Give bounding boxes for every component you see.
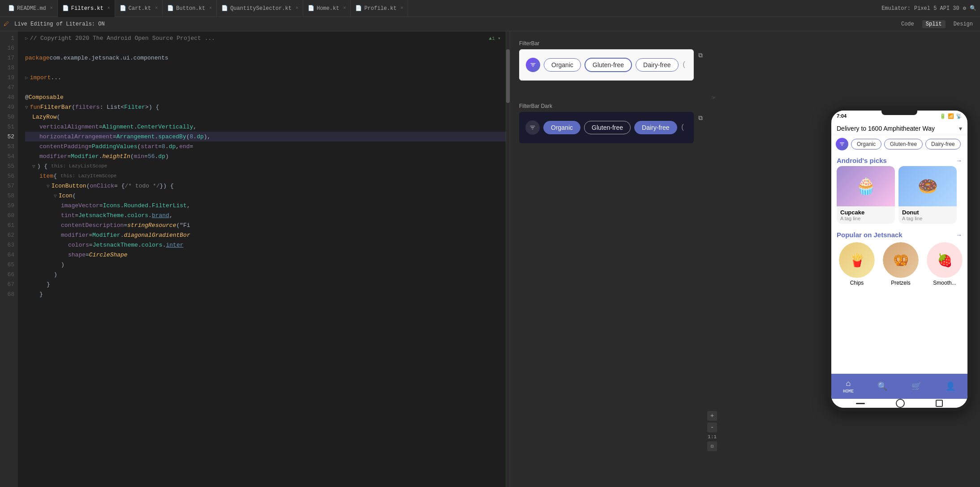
- filterbar-dark-label: FilterBar Dark: [519, 103, 694, 109]
- androids-picks-arrow[interactable]: →: [956, 157, 962, 164]
- code-line-18: [25, 63, 510, 73]
- top-bar-right: Emulator: Pixel 5 API 30 ⚙ 🔍: [881, 5, 976, 12]
- phone-chip-organic[interactable]: Organic: [851, 139, 881, 150]
- filter-icon-dark[interactable]: [525, 120, 540, 135]
- code-line-59: imageVector = Icons . Rounded . FilterLi…: [25, 201, 510, 210]
- code-line-57: ▽ IconButton ( onClick = { /* todo */ })…: [25, 181, 510, 191]
- popular-item-chips[interactable]: 🍟 Chips: [837, 242, 877, 286]
- design-button[interactable]: Design: [950, 20, 976, 28]
- phone-filter-icon[interactable]: [836, 138, 848, 150]
- toolbar-right: Code Split Design: [898, 20, 976, 28]
- cupcake-info: Cupcake A tag line: [837, 206, 895, 224]
- chip-organic-dark[interactable]: Organic: [543, 121, 580, 134]
- chip-glutenfree-dark[interactable]: Gluten-free: [584, 121, 631, 134]
- tab-profile[interactable]: 📄 Profile.kt ×: [351, 0, 408, 17]
- file-icon: 📄: [221, 5, 228, 12]
- tab-button[interactable]: 📄 Button.kt ×: [163, 0, 217, 17]
- code-line-19: ▷ import ...: [25, 73, 510, 82]
- tab-close-icon[interactable]: ×: [343, 6, 346, 11]
- live-editing-icon: 🖊: [4, 21, 9, 27]
- delivery-header[interactable]: Delivery to 1600 Amphitheater Way ▾: [831, 121, 967, 135]
- tab-readme[interactable]: 📄 README.md ×: [4, 0, 58, 17]
- copy-icon-dark[interactable]: ⧉: [698, 115, 703, 122]
- phone-chip-glutenfree[interactable]: Gluten-free: [884, 139, 923, 150]
- popular-header: Popular on Jetsnack →: [831, 227, 967, 240]
- file-icon: 📄: [8, 5, 15, 12]
- fit-screen-button[interactable]: ⊡: [707, 441, 717, 451]
- search-icon[interactable]: 🔍: [970, 5, 976, 12]
- nav-home[interactable]: ⌂ HOME: [831, 379, 865, 394]
- line-50: 50: [0, 112, 18, 122]
- line-63: 63: [0, 240, 18, 250]
- zoom-out-button[interactable]: -: [707, 423, 717, 432]
- line-58: 58: [0, 191, 18, 201]
- home-label: HOME: [843, 389, 854, 394]
- phone-notch: [881, 111, 917, 115]
- tab-close-icon[interactable]: ×: [209, 6, 212, 11]
- toolbar: 🖊 Live Editing of Literals: ON Code Spli…: [0, 17, 980, 31]
- code-button[interactable]: Code: [898, 20, 918, 28]
- code-editor[interactable]: ▷ // Copyright 2020 The Android Open Sou…: [18, 31, 510, 487]
- popular-arrow[interactable]: →: [956, 231, 962, 239]
- tab-quantityselector[interactable]: 📄 QuantitySelector.kt ×: [217, 0, 303, 17]
- line-52: 52: [0, 132, 18, 141]
- filterbar-dark-container: FilterBar Dark Organic Gluten-free Dairy…: [519, 103, 694, 143]
- chip-glutenfree-light[interactable]: Gluten-free: [585, 58, 632, 72]
- chip-dairyfree-light[interactable]: Dairy-free: [636, 58, 678, 72]
- line-49: 49: [0, 102, 18, 112]
- tab-cart[interactable]: 📄 Cart.kt ×: [115, 0, 163, 17]
- popular-item-smoothie[interactable]: 🍓 Smooth...: [924, 242, 965, 286]
- product-card-donut[interactable]: 🍩 Donut A tag line: [898, 166, 957, 224]
- zoom-in-button[interactable]: +: [707, 411, 717, 421]
- filterbar-dark-preview: Organic Gluten-free Dairy-free (: [519, 112, 694, 143]
- split-button[interactable]: Split: [922, 20, 946, 28]
- donut-name: Donut: [902, 209, 953, 216]
- code-line-68: }: [25, 289, 510, 299]
- column-indicator: [506, 31, 506, 487]
- tab-close-icon[interactable]: ×: [107, 6, 110, 11]
- code-line-47: [25, 82, 510, 92]
- tab-close-icon[interactable]: ×: [296, 6, 298, 11]
- code-line-66: ): [25, 269, 510, 279]
- chip-dairyfree-dark[interactable]: Dairy-free: [634, 121, 677, 134]
- cupcake-illustration: 🧁: [837, 166, 895, 206]
- code-line-61: contentDescription = stringResource ("Fi: [25, 220, 510, 230]
- editor-scrollbar[interactable]: [506, 31, 510, 487]
- phone-chip-dairyfree[interactable]: Dairy-free: [925, 139, 961, 150]
- line-59: 59: [0, 201, 18, 210]
- donut-image: 🍩: [898, 166, 957, 206]
- product-card-cupcake[interactable]: 🧁 Cupcake A tag line: [837, 166, 895, 224]
- delivery-arrow-icon: ▾: [959, 125, 962, 132]
- copy-icon-light[interactable]: ⧉: [698, 52, 703, 59]
- nav-profile[interactable]: 👤: [933, 381, 967, 391]
- filter-icon-light[interactable]: [526, 58, 540, 72]
- code-line-16: [25, 43, 510, 53]
- settings-icon[interactable]: ⚙: [963, 5, 966, 12]
- tab-close-icon[interactable]: ×: [155, 6, 158, 11]
- battery-icon: 🔋: [940, 113, 946, 119]
- tab-close-icon[interactable]: ×: [400, 6, 403, 11]
- chip-organic-light[interactable]: Organic: [544, 58, 581, 72]
- scrollbar-thumb[interactable]: [506, 49, 510, 103]
- profile-icon: 👤: [946, 381, 955, 391]
- nav-search[interactable]: 🔍: [865, 381, 899, 391]
- code-line-60: tint = JetsnackTheme . colors . brand ,: [25, 210, 510, 220]
- line-53: 53: [0, 141, 18, 151]
- main-content: 1 16 17 18 19 47 48 49 50 51 52 53 54 55…: [0, 31, 980, 487]
- code-line-53: contentPadding = PaddingValues ( start =…: [25, 141, 510, 151]
- donut-info: Donut A tag line: [898, 206, 957, 224]
- code-line-1: ▷ // Copyright 2020 The Android Open Sou…: [25, 33, 510, 43]
- zoom-ratio: 1:1: [708, 434, 717, 440]
- tab-home[interactable]: 📄 Home.kt ×: [303, 0, 351, 17]
- line-16: 16: [0, 43, 18, 53]
- tab-filters[interactable]: 📄 Filters.kt ×: [58, 0, 115, 17]
- phone-bottom-bar: [831, 399, 967, 408]
- tab-close-icon[interactable]: ×: [50, 6, 53, 11]
- line-47: 47: [0, 82, 18, 92]
- cupcake-name: Cupcake: [840, 209, 891, 216]
- nav-cart[interactable]: 🛒: [899, 381, 933, 391]
- line-1: 1: [0, 33, 18, 43]
- smoothie-illustration: 🍓: [927, 242, 963, 278]
- code-line-50: LazyRow (: [25, 112, 510, 122]
- popular-item-pretzels[interactable]: 🥨 Pretzels: [881, 242, 921, 286]
